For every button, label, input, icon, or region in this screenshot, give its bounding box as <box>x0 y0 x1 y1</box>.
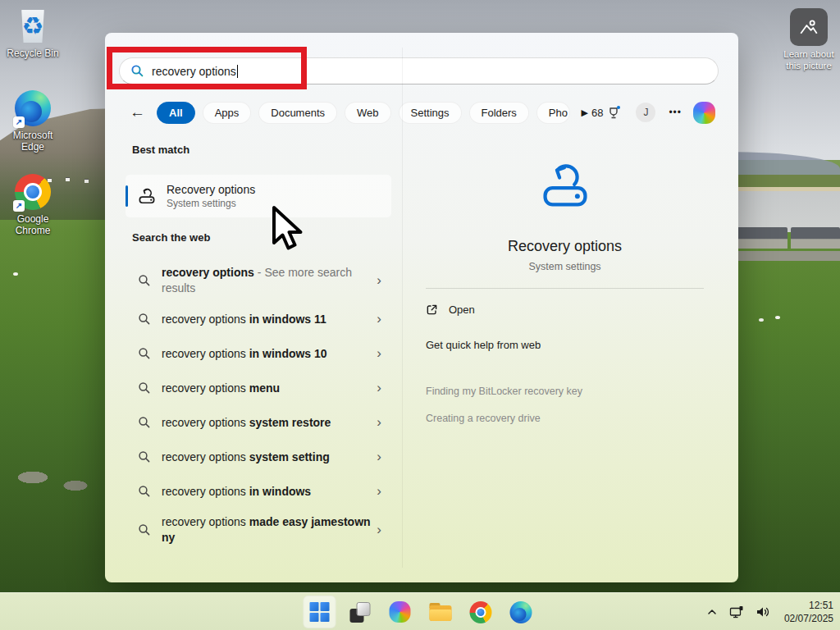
search-icon <box>138 485 151 498</box>
search-icon <box>138 416 151 429</box>
search-icon <box>138 523 151 536</box>
copilot-button[interactable] <box>384 596 417 628</box>
detail-title: Recovery options <box>403 238 727 255</box>
system-tray: 12:51 02/07/2025 <box>701 593 833 630</box>
filter-tab-documents[interactable]: Documents <box>258 102 337 124</box>
desktop-icon-microsoft-edge[interactable]: ↗ Microsoft Edge <box>2 89 64 153</box>
chevron-right-icon: › <box>377 345 381 362</box>
copilot-icon <box>390 601 411 623</box>
clock-date: 02/07/2025 <box>784 612 833 625</box>
filter-tab-apps[interactable]: Apps <box>203 102 252 124</box>
web-suggestion[interactable]: recovery optionsin windows 11 › <box>126 302 391 336</box>
open-external-icon <box>426 304 438 316</box>
web-suggestion[interactable]: recovery optionsmade easy jamestown ny › <box>126 509 391 551</box>
edge-button[interactable] <box>504 596 537 628</box>
task-view-icon <box>349 602 370 623</box>
divider <box>426 288 704 289</box>
search-flyout-panel: recovery options ← All Apps Documents We… <box>105 33 738 582</box>
chevron-right-icon: › <box>377 380 381 396</box>
wallpaper-sheep <box>759 318 764 322</box>
chrome-icon <box>469 601 491 623</box>
search-icon <box>138 347 151 360</box>
wallpaper-house <box>84 180 89 183</box>
search-icon <box>138 450 151 463</box>
windows-logo-icon <box>310 602 330 622</box>
recovery-options-large-icon <box>537 158 593 213</box>
chevron-right-icon: › <box>377 272 381 289</box>
desktop-icon-google-chrome[interactable]: ↗ Google Chrome <box>2 172 64 237</box>
picture-widget-label: Learn about this picture <box>778 49 840 72</box>
web-suggestion[interactable]: recovery optionssystem setting › <box>126 440 391 474</box>
shortcut-arrow-icon: ↗ <box>13 200 25 212</box>
start-button[interactable] <box>304 596 336 628</box>
wallpaper-sheep <box>13 272 18 276</box>
desktop-icon-recycle-bin[interactable]: ♻ Recycle Bin <box>2 7 64 60</box>
best-match-result[interactable]: Recovery options System settings <box>126 175 391 217</box>
desktop-icon-label: Google Chrome <box>2 214 64 237</box>
web-suggestion[interactable]: recovery optionsmenu › <box>126 371 391 405</box>
search-icon <box>138 274 151 287</box>
open-label: Open <box>449 304 475 316</box>
file-explorer-icon <box>429 603 451 621</box>
text-caret <box>237 65 238 78</box>
shortcut-arrow-icon: ↗ <box>13 116 25 128</box>
web-suggestion[interactable]: recovery optionsin windows › <box>126 474 391 509</box>
chevron-right-icon: › <box>377 522 381 538</box>
search-icon <box>138 313 151 326</box>
quick-help-heading: Get quick help from web <box>426 339 541 351</box>
tray-overflow-chevron-icon[interactable] <box>706 606 718 618</box>
best-match-title: Recovery options <box>167 183 255 196</box>
filter-tab-all[interactable]: All <box>157 102 195 124</box>
picture-icon <box>798 16 819 38</box>
clock-time: 12:51 <box>784 599 833 612</box>
search-web-heading: Search the web <box>132 231 210 244</box>
taskbar: 12:51 02/07/2025 <box>0 592 840 630</box>
web-suggestion[interactable]: recovery optionsin windows 10 › <box>126 336 391 371</box>
result-detail-panel: Recovery options System settings Open Ge… <box>402 48 727 568</box>
back-icon[interactable]: ← <box>130 103 145 121</box>
wallpaper-farm-shed <box>791 227 840 249</box>
windows-desktop: ♻ Recycle Bin ↗ Microsoft Edge ↗ Google … <box>0 0 840 630</box>
recycle-symbol-icon: ♻ <box>13 9 52 43</box>
desktop-icon-label: Microsoft Edge <box>2 130 64 153</box>
help-link-bitlocker[interactable]: Finding my BitLocker recovery key <box>426 386 582 397</box>
volume-icon[interactable] <box>756 605 770 619</box>
filter-tab-web[interactable]: Web <box>345 102 391 124</box>
chevron-right-icon: › <box>377 414 381 431</box>
taskbar-clock[interactable]: 12:51 02/07/2025 <box>784 599 833 625</box>
best-match-subtitle: System settings <box>167 198 255 209</box>
selection-accent-bar <box>126 185 128 207</box>
web-suggestion[interactable]: recovery options- See more search result… <box>126 259 391 302</box>
web-suggestion[interactable]: recovery optionssystem restore › <box>126 405 391 440</box>
chevron-right-icon: › <box>377 483 381 500</box>
wallpaper-farm-shed <box>730 227 788 249</box>
detail-subtitle: System settings <box>403 261 727 272</box>
recovery-options-icon <box>137 186 157 206</box>
file-explorer-button[interactable] <box>424 596 457 628</box>
search-icon <box>130 64 144 78</box>
network-icon[interactable] <box>729 605 744 619</box>
task-view-button[interactable] <box>344 596 377 628</box>
search-icon <box>138 381 151 395</box>
wallpaper-sheep <box>775 316 780 319</box>
web-suggestion-list: recovery options- See more search result… <box>126 259 391 551</box>
open-button[interactable]: Open <box>426 304 475 316</box>
wallpaper-house <box>66 178 70 181</box>
desktop-icon-label: Recycle Bin <box>2 48 64 60</box>
chevron-right-icon: › <box>377 311 381 327</box>
search-query-text: recovery options <box>152 65 236 78</box>
best-match-heading: Best match <box>132 144 189 156</box>
edge-icon <box>509 601 532 623</box>
chevron-right-icon: › <box>377 449 381 465</box>
help-link-recovery-drive[interactable]: Creating a recovery drive <box>426 413 541 424</box>
learn-about-picture-widget[interactable]: Learn about this picture <box>778 8 840 72</box>
chrome-button[interactable] <box>464 596 497 628</box>
